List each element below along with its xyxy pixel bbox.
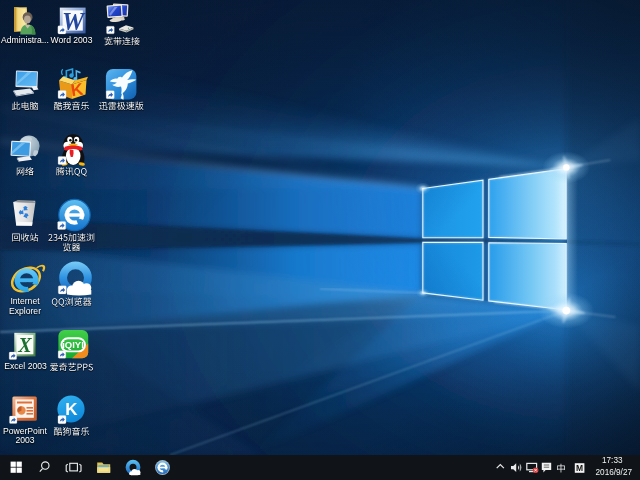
svg-text:2016/9/27: 2016/9/27 xyxy=(596,468,633,477)
svg-text:M: M xyxy=(576,463,583,473)
svg-text:17:33: 17:33 xyxy=(602,456,623,465)
